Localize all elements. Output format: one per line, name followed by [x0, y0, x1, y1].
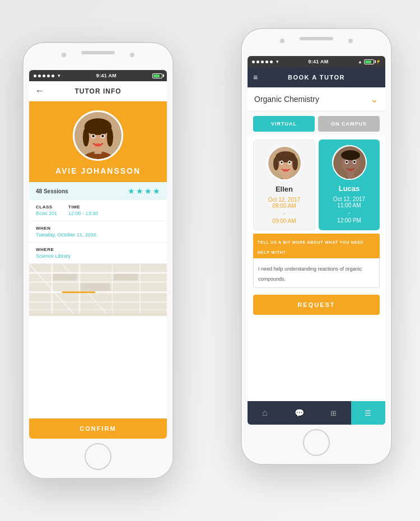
signal-dot-5: [52, 75, 54, 77]
lucas-time-start: 11:00 AM: [337, 202, 361, 208]
scene: ▾ 9:41 AM ← TUTOR INFO: [0, 0, 420, 521]
nav-home[interactable]: ⌂: [248, 401, 282, 425]
svg-point-44: [341, 150, 360, 160]
r-signal-1: [252, 61, 255, 63]
right-status-time: 9:41 AM: [308, 59, 328, 64]
left-signal-area: ▾: [34, 73, 60, 78]
svg-point-39: [283, 169, 288, 171]
book-nav-bar: ≡ BOOK A TUTOR: [248, 67, 385, 87]
svg-rect-14: [29, 281, 167, 282]
chevron-down-icon[interactable]: ⌄: [370, 93, 379, 105]
tutor-card-ellen[interactable]: Ellen Oct 12, 2017 08:00 AM - 09:00 AM: [253, 139, 315, 230]
time-label: TIME: [68, 204, 98, 210]
subject-selector[interactable]: Organic Chemistry ⌄: [248, 87, 385, 111]
when-value: Tuesday, October 11, 2016: [36, 232, 160, 238]
help-label-bar: TELL US A BIT MORE ABOUT WHAT YOU NEED H…: [253, 234, 380, 258]
time-col: TIME 12:00 - 13:30: [68, 204, 98, 216]
ellen-date: Oct 12, 2017: [268, 197, 300, 203]
tutor-info-title: TUTOR INFO: [74, 87, 121, 95]
svg-point-10: [101, 135, 104, 138]
signal-dot-4: [47, 75, 50, 77]
svg-rect-23: [139, 264, 141, 314]
ellen-dash: -: [283, 210, 286, 217]
home-icon: ⌂: [262, 408, 268, 418]
svg-rect-21: [79, 264, 81, 314]
battery-icon: [152, 73, 162, 78]
ellen-avatar: [267, 146, 302, 180]
left-status-right: [152, 73, 162, 78]
svg-point-49: [348, 169, 353, 171]
signal-dot-1: [34, 75, 36, 77]
right-speaker-right: [348, 39, 353, 43]
tab-virtual[interactable]: VIRTUAL: [253, 116, 315, 132]
r-wifi-icon: ▾: [276, 59, 279, 64]
left-status-time: 9:41 AM: [96, 73, 116, 78]
ellen-time-start: 08:00 AM: [272, 203, 296, 209]
time-value: 12:00 - 13:30: [68, 211, 98, 216]
lucas-dash: -: [348, 210, 351, 216]
tab-on-campus-label: ON CAMPUS: [331, 121, 367, 127]
svg-rect-15: [29, 291, 167, 293]
subject-label: Organic Chemistry: [254, 95, 319, 104]
tutor-avatar-svg: [74, 112, 122, 159]
r-signal-4: [265, 61, 268, 63]
tab-virtual-label: VIRTUAL: [271, 121, 297, 127]
svg-point-5: [83, 128, 89, 147]
svg-rect-26: [81, 283, 110, 291]
signal-dot-3: [43, 75, 45, 77]
nav-notes[interactable]: ☰: [351, 401, 386, 425]
tutor-nav-bar: ← TUTOR INFO: [29, 81, 167, 101]
left-phone-screen: ▾ 9:41 AM ← TUTOR INFO: [29, 70, 167, 439]
svg-point-6: [107, 128, 113, 147]
right-phone-screen: ▾ 9:41 AM ▲ ⚡ ≡ BOOK A TUTOR: [248, 56, 385, 425]
tutor-info-screen: ← TUTOR INFO: [29, 81, 167, 439]
r-signal-2: [256, 61, 259, 63]
r-signal-3: [261, 61, 264, 63]
book-a-tutor-screen: ≡ BOOK A TUTOR Organic Chemistry ⌄ VIRTU…: [248, 67, 385, 425]
star-3: ★: [144, 187, 152, 196]
map-area: [29, 264, 167, 316]
svg-rect-13: [29, 272, 167, 274]
when-label: WHEN: [36, 226, 160, 231]
r-battery-fill: [365, 61, 371, 63]
back-button[interactable]: ←: [35, 85, 45, 97]
nav-chat[interactable]: 💬: [282, 401, 317, 425]
confirm-button[interactable]: CONFIRM: [29, 418, 167, 439]
help-input-area[interactable]: I need help understanding reactions of o…: [253, 258, 380, 288]
class-col: CLASS Econ 201: [36, 204, 57, 216]
chat-icon: 💬: [295, 408, 304, 417]
svg-point-38: [288, 161, 291, 164]
nav-calendar[interactable]: ⊞: [316, 401, 351, 425]
svg-point-9: [92, 135, 95, 138]
svg-rect-24: [62, 291, 95, 293]
sessions-count: 48 Sessions: [36, 188, 68, 194]
tutor-card-lucas[interactable]: Lucas Oct 12, 2017 11:00 AM - 12:00 PM: [319, 139, 380, 230]
r-signal-5: [270, 61, 273, 63]
help-label-text: TELL US A BIT MORE ABOUT WHAT YOU NEED H…: [258, 240, 363, 254]
charging-icon: ⚡: [376, 59, 381, 64]
star-2: ★: [136, 187, 143, 196]
svg-rect-22: [112, 264, 113, 314]
right-phone: ▾ 9:41 AM ▲ ⚡ ≡ BOOK A TUTOR: [241, 28, 392, 465]
svg-point-48: [353, 161, 356, 163]
request-label: REQUEST: [297, 301, 335, 308]
right-status-bar: ▾ 9:41 AM ▲ ⚡: [248, 56, 385, 67]
svg-point-11: [94, 143, 101, 147]
calendar-icon: ⊞: [330, 409, 337, 417]
battery-fill: [153, 75, 160, 77]
left-status-bar: ▾ 9:41 AM: [29, 70, 167, 81]
lucas-time-end: 12:00 PM: [337, 217, 361, 224]
svg-point-37: [281, 161, 283, 164]
tutor-hero: AVIE JOHANSSON: [29, 101, 167, 182]
book-content: Organic Chemistry ⌄ VIRTUAL ON CAMPUS: [248, 87, 385, 401]
lucas-avatar-svg: [333, 146, 367, 180]
sessions-row: 48 Sessions ★ ★ ★ ★: [29, 182, 167, 200]
svg-point-47: [346, 161, 348, 163]
when-row: WHEN Tuesday, October 11, 2016: [29, 221, 167, 243]
request-button[interactable]: REQUEST: [253, 295, 380, 315]
tab-on-campus[interactable]: ON CAMPUS: [318, 116, 380, 132]
menu-icon[interactable]: ≡: [253, 73, 258, 82]
svg-point-33: [273, 157, 279, 170]
ellen-name: Ellen: [276, 185, 293, 193]
location-icon: ▲: [358, 59, 362, 64]
